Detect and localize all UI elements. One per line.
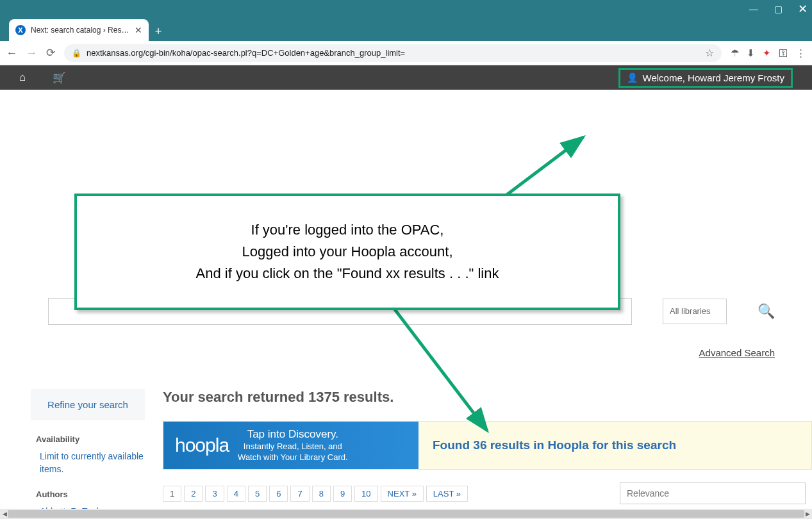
tab-title: Next: search catalog › Results of xyxy=(31,26,129,35)
horizontal-scrollbar[interactable]: ◀ ▶ xyxy=(0,509,812,519)
close-window-button[interactable]: ✕ xyxy=(798,4,807,13)
reload-button[interactable]: ⟳ xyxy=(46,46,55,60)
scroll-thumb[interactable] xyxy=(8,510,804,518)
page-content: ⌂ 🛒 👤 Welcome, Howard Jeremy Frosty If y… xyxy=(0,65,812,519)
library-select[interactable]: All libraries xyxy=(663,299,727,324)
page-number[interactable]: 7 xyxy=(290,486,309,502)
user-icon: 👤 xyxy=(627,72,638,83)
page-number[interactable]: 1 xyxy=(163,486,181,502)
annotation-line: And if you click on the "Found xx result… xyxy=(90,263,605,284)
sidebar-heading-availability: Availability xyxy=(36,434,145,444)
lock-icon: 🔒 xyxy=(72,49,81,58)
download-icon[interactable]: ⬇ xyxy=(747,47,755,59)
search-icon[interactable]: 🔍 xyxy=(758,303,775,320)
hoopla-logo: hoopla xyxy=(175,434,229,456)
welcome-text: Welcome, Howard Jeremy Frosty xyxy=(643,72,784,83)
forward-button[interactable]: → xyxy=(26,47,37,60)
maximize-button[interactable]: ▢ xyxy=(774,4,783,13)
page-number[interactable]: 3 xyxy=(205,486,224,502)
key-icon[interactable]: ⚿ xyxy=(779,47,788,58)
page-number[interactable]: 2 xyxy=(184,486,203,502)
sort-select[interactable]: Relevance xyxy=(620,482,806,504)
window-title-bar: — ▢ ✕ xyxy=(0,0,812,18)
sidebar-link-available[interactable]: Limit to currently available items. xyxy=(40,450,145,475)
sidebar: Refine your search Availability Limit to… xyxy=(31,389,145,519)
tab-close-icon[interactable]: ✕ xyxy=(135,25,142,35)
svg-line-3 xyxy=(385,296,487,431)
home-icon[interactable]: ⌂ xyxy=(19,71,26,85)
favicon-icon: X xyxy=(15,25,26,35)
umbrella-icon[interactable]: ☂ xyxy=(731,47,739,59)
page-number[interactable]: 6 xyxy=(269,486,288,502)
scroll-right-icon[interactable]: ▶ xyxy=(803,509,812,519)
annotation-arrow xyxy=(372,290,513,452)
pagination: 1 2 3 4 5 6 7 8 9 10 NEXT » LAST » Relev… xyxy=(163,482,812,504)
user-welcome[interactable]: 👤 Welcome, Howard Jeremy Frosty xyxy=(618,68,793,88)
page-number[interactable]: 4 xyxy=(227,486,245,502)
minimize-button[interactable]: — xyxy=(749,4,758,13)
address-bar[interactable]: 🔒 nextkansas.org/cgi-bin/koha/opac-searc… xyxy=(64,44,722,62)
page-number[interactable]: 9 xyxy=(333,486,352,502)
advanced-search-link[interactable]: Advanced Search xyxy=(699,347,775,358)
star-icon[interactable]: ☆ xyxy=(705,47,714,59)
page-number[interactable]: 8 xyxy=(312,486,331,502)
browser-tab-active[interactable]: X Next: search catalog › Results of ✕ xyxy=(9,19,149,41)
sidebar-heading-authors: Authors xyxy=(36,490,145,499)
page-next[interactable]: NEXT » xyxy=(381,486,424,502)
rocket-icon[interactable]: ✦ xyxy=(763,47,771,59)
extension-icons: ☂ ⬇ ✦ ⚿ ⋮ xyxy=(731,47,806,59)
browser-toolbar: ← → ⟳ 🔒 nextkansas.org/cgi-bin/koha/opac… xyxy=(0,41,812,65)
hoopla-tagline: Tap into Discovery. Instantly Read, List… xyxy=(238,427,347,463)
annotation-line: Logged into your Hoopla account, xyxy=(90,241,605,263)
refine-search-link[interactable]: Refine your search xyxy=(31,389,145,420)
annotation-line: If you're logged into the OPAC, xyxy=(90,219,605,241)
new-tab-button[interactable]: + xyxy=(149,22,168,41)
page-number[interactable]: 10 xyxy=(354,486,377,502)
cart-icon[interactable]: 🛒 xyxy=(53,71,66,85)
site-top-nav: ⌂ 🛒 👤 Welcome, Howard Jeremy Frosty xyxy=(0,65,812,90)
back-button[interactable]: ← xyxy=(6,47,17,60)
url-text: nextkansas.org/cgi-bin/koha/opac-search.… xyxy=(87,48,700,58)
svg-line-1 xyxy=(500,137,583,200)
annotation-callout: If you're logged into the OPAC, Logged i… xyxy=(74,194,620,310)
menu-icon[interactable]: ⋮ xyxy=(796,47,806,59)
page-number[interactable]: 5 xyxy=(248,486,267,502)
browser-tabs: X Next: search catalog › Results of ✕ + xyxy=(0,18,812,41)
page-last[interactable]: LAST » xyxy=(426,486,468,502)
